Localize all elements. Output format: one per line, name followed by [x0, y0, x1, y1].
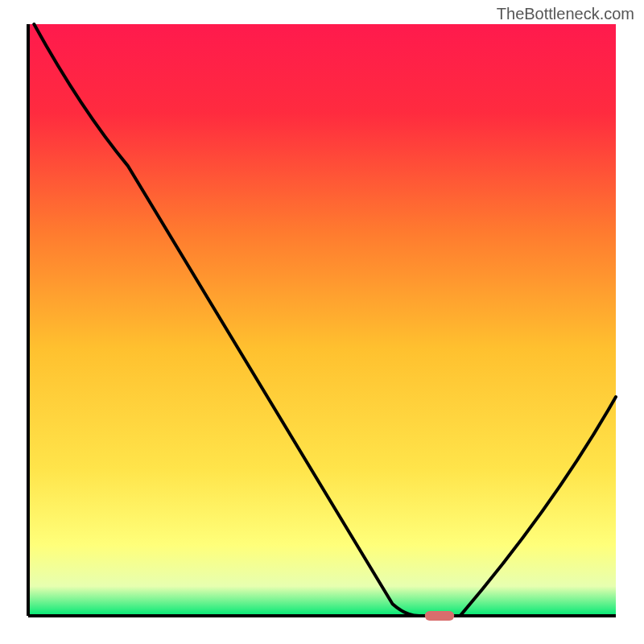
marker — [425, 611, 455, 621]
gradient-area — [28, 24, 616, 616]
chart-svg — [0, 0, 644, 644]
watermark: TheBottleneck.com — [497, 5, 634, 23]
